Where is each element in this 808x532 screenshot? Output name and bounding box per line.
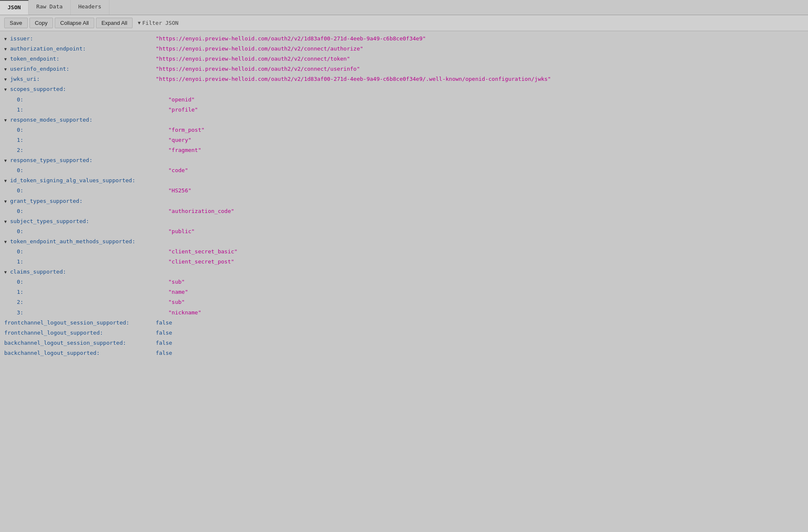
json-value: "client_secret_post" xyxy=(168,257,234,266)
json-key: ▼ response_types_supported: xyxy=(4,156,156,165)
json-value: "profile" xyxy=(168,105,198,114)
arrow-icon[interactable]: ▼ xyxy=(4,219,9,224)
json-key: 2: xyxy=(17,146,168,155)
json-row: 2:"sub" xyxy=(0,297,808,307)
tab-json[interactable]: JSON xyxy=(0,0,29,15)
json-key: 0: xyxy=(17,247,168,256)
json-key: 1: xyxy=(17,257,168,266)
arrow-icon[interactable]: ▼ xyxy=(4,87,9,92)
json-value: "https://enyoi.preview-helloid.com/oauth… xyxy=(156,54,350,64)
json-key: ▼ claims_supported: xyxy=(4,267,156,277)
json-key: ▼ token_endpoint_auth_methods_supported: xyxy=(4,237,156,246)
arrow-icon[interactable]: ▼ xyxy=(4,37,9,41)
json-row: 1:"profile" xyxy=(0,105,808,115)
arrow-icon[interactable]: ▼ xyxy=(4,270,9,274)
arrow-icon[interactable]: ▼ xyxy=(4,47,9,51)
json-row: 3:"nickname" xyxy=(0,308,808,318)
json-key: ▼ grant_types_supported: xyxy=(4,197,156,206)
arrow-icon[interactable]: ▼ xyxy=(4,199,9,204)
toolbar: Save Copy Collapse All Expand All ▼ Filt… xyxy=(0,15,808,31)
json-value: "code" xyxy=(168,166,188,175)
json-row: frontchannel_logout_session_supported:fa… xyxy=(0,318,808,328)
json-value: "form_post" xyxy=(168,125,205,135)
json-row: 0:"HS256" xyxy=(0,186,808,196)
json-row: 0:"form_post" xyxy=(0,125,808,135)
json-row: 1:"name" xyxy=(0,287,808,297)
json-row: ▼ token_endpoint:"https://enyoi.preview-… xyxy=(0,54,808,64)
filter-section[interactable]: ▼ Filter JSON xyxy=(138,20,178,26)
json-value: "openid" xyxy=(168,95,195,104)
json-row: ▼ response_modes_supported: xyxy=(0,115,808,125)
json-value: "https://enyoi.preview-helloid.com/oauth… xyxy=(156,44,363,53)
json-row: 0:"code" xyxy=(0,165,808,176)
json-key: 0: xyxy=(17,125,168,135)
arrow-icon[interactable]: ▼ xyxy=(4,57,9,61)
json-value: "name" xyxy=(168,287,188,297)
json-key: 0: xyxy=(17,95,168,104)
json-content: ▼ issuer:"https://enyoi.preview-helloid.… xyxy=(0,31,808,532)
json-value: false xyxy=(156,348,172,358)
json-row: ▼ scopes_supported: xyxy=(0,84,808,94)
filter-icon: ▼ xyxy=(138,20,141,26)
json-value: "authorization_code" xyxy=(168,207,234,216)
json-key: 0: xyxy=(17,227,168,236)
json-row: 0:"client_secret_basic" xyxy=(0,247,808,257)
json-key: 2: xyxy=(17,298,168,307)
filter-label: Filter JSON xyxy=(142,20,178,26)
json-row: backchannel_logout_session_supported:fal… xyxy=(0,338,808,348)
json-row: frontchannel_logout_supported:false xyxy=(0,328,808,338)
json-row: ▼ id_token_signing_alg_values_supported: xyxy=(0,176,808,186)
tab-bar: JSON Raw Data Headers xyxy=(0,0,808,15)
json-value: "https://enyoi.preview-helloid.com/oauth… xyxy=(156,74,551,84)
json-row: ▼ jwks_uri:"https://enyoi.preview-helloi… xyxy=(0,74,808,84)
json-value: "nickname" xyxy=(168,308,201,317)
json-key: 3: xyxy=(17,308,168,317)
json-key: ▼ userinfo_endpoint: xyxy=(4,64,156,74)
json-row: 1:"client_secret_post" xyxy=(0,257,808,267)
json-value: "public" xyxy=(168,227,195,236)
expand-all-button[interactable]: Expand All xyxy=(96,18,133,28)
json-key: 0: xyxy=(17,277,168,287)
json-key: frontchannel_logout_supported: xyxy=(4,328,156,338)
json-row: ▼ token_endpoint_auth_methods_supported: xyxy=(0,237,808,247)
json-key: 1: xyxy=(17,287,168,297)
json-value: false xyxy=(156,328,172,338)
json-key: ▼ issuer: xyxy=(4,34,156,43)
tab-raw-data[interactable]: Raw Data xyxy=(29,0,71,15)
json-row: backchannel_logout_supported:false xyxy=(0,348,808,358)
json-key: ▼ authorization_endpoint: xyxy=(4,44,156,53)
collapse-all-button[interactable]: Collapse All xyxy=(55,18,94,28)
arrow-icon[interactable]: ▼ xyxy=(4,67,9,72)
json-row: ▼ response_types_supported: xyxy=(0,155,808,165)
json-key: 0: xyxy=(17,207,168,216)
json-row: 2:"fragment" xyxy=(0,145,808,155)
json-row: 0:"authorization_code" xyxy=(0,206,808,216)
json-row: ▼ authorization_endpoint:"https://enyoi.… xyxy=(0,44,808,54)
json-value: "https://enyoi.preview-helloid.com/oauth… xyxy=(156,64,360,74)
json-key: ▼ jwks_uri: xyxy=(4,74,156,84)
json-value: "sub" xyxy=(168,298,185,307)
json-key: backchannel_logout_supported: xyxy=(4,348,156,358)
arrow-icon[interactable]: ▼ xyxy=(4,239,9,244)
save-button[interactable]: Save xyxy=(4,18,28,28)
json-row: 0:"public" xyxy=(0,226,808,237)
json-key: 0: xyxy=(17,166,168,175)
json-row: 0:"openid" xyxy=(0,95,808,105)
json-key: ▼ subject_types_supported: xyxy=(4,217,156,226)
tab-headers[interactable]: Headers xyxy=(71,0,109,15)
arrow-icon[interactable]: ▼ xyxy=(4,77,9,82)
arrow-icon[interactable]: ▼ xyxy=(4,158,9,163)
json-key: ▼ token_endpoint: xyxy=(4,54,156,64)
arrow-icon[interactable]: ▼ xyxy=(4,178,9,183)
json-key: ▼ response_modes_supported: xyxy=(4,115,156,125)
json-row: 1:"query" xyxy=(0,135,808,145)
arrow-icon[interactable]: ▼ xyxy=(4,118,9,122)
json-row: ▼ claims_supported: xyxy=(0,267,808,277)
json-value: "https://enyoi.preview-helloid.com/oauth… xyxy=(156,34,426,43)
json-value: "query" xyxy=(168,136,191,145)
json-value: "HS256" xyxy=(168,186,191,195)
json-value: false xyxy=(156,318,172,327)
copy-button[interactable]: Copy xyxy=(29,18,53,28)
json-row: ▼ userinfo_endpoint:"https://enyoi.previ… xyxy=(0,64,808,74)
json-row: ▼ subject_types_supported: xyxy=(0,216,808,226)
